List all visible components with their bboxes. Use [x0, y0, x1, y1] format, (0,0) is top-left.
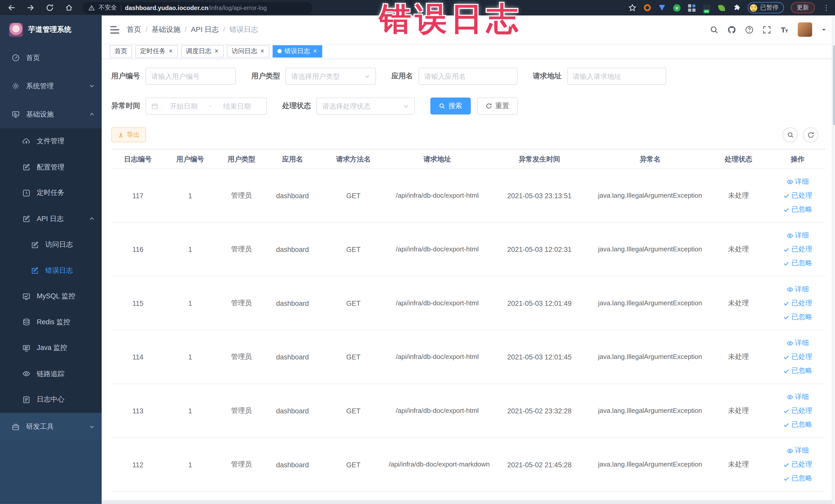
- forward-icon[interactable]: [27, 4, 35, 12]
- reset-button[interactable]: 重置: [477, 98, 518, 115]
- sidebar-collapse-icon[interactable]: [110, 26, 119, 33]
- mark-ignored-link[interactable]: 已忽略: [783, 205, 812, 214]
- sidebar-item[interactable]: 研发工具: [0, 412, 102, 441]
- mark-ignored-link[interactable]: 已忽略: [783, 420, 812, 429]
- reload-icon[interactable]: [46, 4, 54, 12]
- table-row: 114 1 管理员 dashboard GET /api/infra/db-do…: [111, 330, 826, 384]
- mark-ignored-link[interactable]: 已忽略: [783, 258, 812, 268]
- user-avatar[interactable]: [798, 22, 812, 37]
- sidebar-item[interactable]: 日志中心: [0, 387, 102, 412]
- column-header: 处理状态: [707, 154, 770, 164]
- toggle-search-button[interactable]: [783, 127, 798, 142]
- fullscreen-icon[interactable]: [762, 25, 771, 34]
- detail-link[interactable]: 详细: [787, 284, 809, 294]
- app-name-input[interactable]: [424, 72, 511, 80]
- close-icon[interactable]: ×: [260, 48, 265, 55]
- address-bar[interactable]: 不安全 dashboard.yudao.iocoder.cn/infra/log…: [83, 2, 313, 14]
- table-header: 日志编号 用户编号 用户类型 应用名 请求方法名 请求地址 异常发生时间 异常名…: [111, 150, 826, 169]
- extension-icon-onoff[interactable]: [703, 4, 711, 12]
- sidebar-item[interactable]: 访问日志: [0, 231, 102, 258]
- process-status-select[interactable]: [316, 98, 415, 115]
- refresh-table-button[interactable]: [803, 127, 818, 142]
- detail-link[interactable]: 详细: [787, 338, 809, 348]
- close-icon[interactable]: ×: [313, 48, 318, 55]
- browser-update-button[interactable]: 更新: [791, 2, 815, 13]
- chevron-down-icon[interactable]: [821, 27, 827, 32]
- mark-ignored-link[interactable]: 已忽略: [783, 366, 812, 375]
- mark-processed-link[interactable]: 已处理: [783, 352, 812, 362]
- search-button[interactable]: 搜索: [430, 98, 471, 115]
- check-icon: [783, 260, 790, 266]
- mark-processed-link[interactable]: 已处理: [783, 298, 812, 308]
- insecure-warning-icon[interactable]: [88, 5, 95, 11]
- close-icon[interactable]: ×: [214, 48, 219, 55]
- mark-processed-link[interactable]: 已处理: [783, 406, 812, 416]
- sidebar-item[interactable]: 定时任务: [0, 180, 102, 206]
- extension-icon-orange[interactable]: [643, 4, 651, 12]
- tab-error-log[interactable]: 错误日志×: [272, 45, 322, 57]
- filter-request-url: 请求地址: [533, 67, 666, 84]
- detail-link[interactable]: 详细: [787, 230, 809, 240]
- mark-processed-link[interactable]: 已处理: [783, 460, 812, 469]
- tab-home[interactable]: 首页: [109, 45, 132, 57]
- extension-icon-grid[interactable]: [688, 4, 696, 12]
- sidebar-item[interactable]: 文件管理: [0, 128, 102, 154]
- cell-status: 未处理: [707, 244, 770, 254]
- tab-scheduled-jobs[interactable]: 定时任务×: [135, 45, 178, 57]
- detail-link[interactable]: 详细: [787, 446, 809, 456]
- check-icon: [783, 367, 790, 374]
- user-id-input[interactable]: [151, 72, 230, 80]
- close-icon[interactable]: ×: [168, 48, 173, 55]
- breadcrumb-item[interactable]: 基础设施: [152, 25, 180, 34]
- mark-processed-link[interactable]: 已处理: [783, 244, 812, 254]
- page-scrollbar[interactable]: [832, 15, 835, 504]
- extension-icon-green-v[interactable]: v: [673, 4, 681, 12]
- sidebar-item[interactable]: 基础设施: [0, 100, 102, 128]
- sidebar-item[interactable]: 配置管理: [0, 154, 102, 180]
- export-button[interactable]: 导出: [111, 127, 146, 142]
- mark-ignored-link[interactable]: 已忽略: [783, 473, 812, 483]
- profile-paused-badge[interactable]: 已暂停: [748, 2, 784, 13]
- github-icon[interactable]: [728, 25, 736, 34]
- sidebar-item-label: 基础设施: [26, 109, 54, 119]
- sidebar-item[interactable]: API 日志: [0, 206, 102, 232]
- security-label[interactable]: 不安全: [99, 4, 117, 12]
- font-size-icon[interactable]: [780, 25, 789, 34]
- extension-icon-puzzle[interactable]: [733, 4, 740, 12]
- sidebar-item[interactable]: 链路追踪: [0, 361, 102, 387]
- user-type-select[interactable]: [285, 67, 376, 84]
- bottom-divider-band: [102, 500, 835, 504]
- cell-status: 未处理: [707, 460, 770, 469]
- start-date-input[interactable]: [161, 102, 206, 110]
- browser-menu-icon[interactable]: ⋮: [823, 4, 830, 11]
- detail-link[interactable]: 详细: [787, 392, 809, 402]
- back-icon[interactable]: [7, 4, 15, 12]
- sidebar-item[interactable]: Redis 监控: [0, 309, 102, 335]
- breadcrumb-item[interactable]: 首页: [127, 25, 141, 34]
- sidebar-item[interactable]: Java 监控: [0, 335, 102, 361]
- cell-time: 2021-05-03 23:13:51: [486, 191, 593, 200]
- mark-processed-link[interactable]: 已处理: [783, 191, 812, 200]
- tab-schedule-log[interactable]: 调度日志×: [181, 45, 224, 57]
- extension-icon-leaf[interactable]: [718, 4, 726, 12]
- breadcrumb-item[interactable]: API 日志: [191, 25, 219, 34]
- bookmark-star-icon[interactable]: [628, 4, 636, 12]
- sidebar-item[interactable]: MySQL 监控: [0, 283, 102, 309]
- mark-ignored-link[interactable]: 已忽略: [783, 312, 812, 322]
- search-icon[interactable]: [710, 25, 718, 34]
- cloud-upload-icon: [22, 137, 30, 145]
- end-date-input[interactable]: [215, 102, 259, 110]
- sidebar-item[interactable]: 首页: [0, 44, 102, 72]
- sidebar-item[interactable]: 系统管理: [0, 72, 102, 100]
- detail-link[interactable]: 详细: [787, 177, 809, 186]
- sidebar-logo-row[interactable]: 芋道管理系统: [0, 15, 102, 44]
- url-text[interactable]: dashboard.yudao.iocoder.cn/infra/log/api…: [125, 5, 267, 11]
- sidebar-item[interactable]: 错误日志: [0, 258, 102, 283]
- date-range-picker[interactable]: -: [145, 98, 267, 115]
- tab-access-log[interactable]: 访问日志×: [227, 45, 269, 57]
- extension-icon-drop[interactable]: [658, 4, 666, 12]
- home-icon[interactable]: [65, 4, 73, 12]
- request-url-input[interactable]: [573, 72, 660, 80]
- help-icon[interactable]: [745, 25, 754, 34]
- scrollbar-thumb[interactable]: [833, 45, 835, 125]
